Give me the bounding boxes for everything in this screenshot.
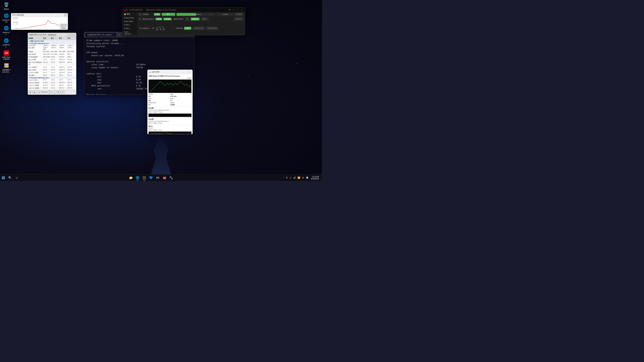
ryzen-settings-icon[interactable]: ⚙	[228, 8, 232, 12]
memory-manual-btn[interactable]: 手动稳定全频	[206, 27, 218, 30]
hwinfo-system-section: ▼ 系统: MSI MS-7B09	[28, 40, 76, 42]
tm-cpu-pct: 100%	[148, 77, 192, 79]
hwinfo-close[interactable]: ×	[73, 34, 75, 36]
hwinfo-btn-next[interactable]: ⏭	[33, 91, 36, 94]
sidebar-item-home[interactable]: 🏠 首页	[123, 12, 137, 16]
clock-display[interactable]: 12:10:08 2024/8/24	[310, 176, 320, 180]
sogou-icon[interactable]: S	[288, 176, 292, 180]
tm-network-eth2: 以太网 ZeroTier One [a0cb4b62a3b...] 发送: 0 …	[148, 118, 192, 125]
memory-checkbox	[173, 27, 175, 29]
hwinfo-btn-pause[interactable]: ⏸	[37, 91, 41, 94]
tm-cpu-title: AMD Ryzen 9 5900X 12-Core Processor	[148, 75, 192, 77]
taskbar-chrome[interactable]: 🌐	[134, 174, 141, 181]
ryzen-close-btn[interactable]: ×	[240, 8, 244, 12]
cpu-power-titlebar: CPU 封装功耗 ×	[11, 13, 68, 17]
icon-amd-ryzen[interactable]: AMD AMD Ryzen Master	[1, 50, 12, 61]
mode-btn-default[interactable]: 默认	[162, 13, 175, 16]
co-down-btn[interactable]: ▼	[162, 28, 165, 30]
show-desktop-btn[interactable]	[320, 174, 321, 181]
hwinfo-row-coreutil: 核心利用率330.4 MHz10.4 MHz4,646.8856.1	[28, 53, 76, 56]
more-icons[interactable]: ⚙	[301, 176, 305, 180]
hwinfo-btn-clock[interactable]: ⏱	[48, 91, 52, 94]
co-section: CO 全部核心心 -30 偏移量设置 ▲ 0 ▼	[138, 22, 171, 35]
tm-virtualization: 虚拟化 已启用	[170, 102, 192, 106]
taskbar-terminal[interactable]: ⬛	[141, 174, 148, 181]
systray-expand[interactable]: ^	[282, 176, 285, 179]
y-max: 300.000	[12, 17, 18, 19]
sidebar-item-curve[interactable]: Curve Optimizer	[123, 30, 137, 35]
tm-more-options[interactable]: ⋯	[188, 70, 192, 74]
hwinfo-row-c1boost: Core C1 加速器42.0 %0.0 %96.8 %38.1 %	[28, 84, 76, 87]
sidebar-item-profile2[interactable]: Profile 2	[123, 27, 137, 30]
tm-cpu-stats: 利用率 5% 速度 4.52 GHz 进程 291 内核 12 逻辑处理器	[148, 93, 192, 106]
curve-opt-label: 曲线优化器控件	[142, 18, 154, 20]
co-up-btn[interactable]: ▲	[156, 28, 158, 30]
sidebar-item-creator[interactable]: Creator Mode	[123, 16, 137, 20]
sidebar-item-profile1[interactable]: Profile 1	[123, 23, 137, 27]
hwinfo-btn-graph[interactable]: 📊	[52, 91, 56, 94]
co-value-controls: ▲ 0 ▼	[156, 28, 165, 30]
all-core-btn[interactable]: 全部核心	[191, 18, 200, 20]
icon-sysbench[interactable]: 🌐 sysbench.com	[1, 12, 12, 24]
auto-oc-btn-right[interactable]: 自动超频	[235, 13, 243, 16]
input-method-icon[interactable]: 英	[286, 174, 288, 181]
y-zero: 0.000	[12, 28, 18, 29]
tm-network-eth1: 以太网 ZeroTier One [88b3cd3ce9f78...] 发送: …	[148, 106, 192, 118]
hwinfo-row-avgperf: 平均性能频率330.4 MHz103.84,637.5856.1	[28, 56, 76, 58]
off-btn[interactable]: 关	[185, 18, 190, 21]
terminal-tab-label: liu@DESKTOP-LYH: /mnt/c/U	[88, 34, 112, 36]
tm-wifi-graph	[148, 132, 192, 134]
terminal-tab-active[interactable]: liu@DESKTOP-LYH: /mnt/c/U ×	[86, 33, 116, 36]
start-button[interactable]	[0, 174, 7, 181]
screenshots-label: 屏幕截图 2024-08-2...	[2, 69, 11, 73]
memory-auto-btn[interactable]: 自动稳定全频	[193, 27, 205, 30]
hwinfo-btn-prev[interactable]: ⏮	[28, 91, 32, 94]
hwinfo-minimize[interactable]: ─	[68, 34, 70, 36]
search-button[interactable]: 🔍	[7, 174, 14, 181]
hwinfo-row-freqmult: 核心频率39.6 x36.8 x49.5 x40.1 x	[28, 74, 76, 77]
icon-screenshots[interactable]: 🖼️ 屏幕截图 2024-08-2...	[1, 62, 12, 74]
icon-recycle[interactable]: 🗑️ 回收站	[1, 1, 12, 11]
ryzen-minimize-btn[interactable]: ─	[232, 8, 236, 12]
sysbench-label: sysbench.com	[2, 19, 11, 23]
co-value-label: 偏移量设置	[156, 26, 164, 28]
svg-rect-3	[4, 176, 5, 178]
hwinfo-btn-close[interactable]: ✕	[61, 91, 64, 94]
network-icon[interactable]: 📶	[297, 176, 301, 180]
curve-opt-checkbox: ✓	[139, 18, 141, 20]
hwinfo-btn-settings[interactable]: ⚙	[57, 91, 60, 94]
ryzen-main-content: ✓ 控制模式 已激活 默认 精准超频频率提升 自动超频	[138, 12, 245, 35]
terminal-line-totalevents: total number of events: 703782	[86, 66, 192, 69]
tm-titlebar: 📊 运行任务 ⋯	[148, 70, 192, 74]
memory-apply-btn[interactable]: 已保存	[184, 27, 191, 30]
hwinfo-window: HWiNFO64 v7.24-4770 - 传感器状态 ─ □ × 传感器 当前…	[28, 33, 76, 95]
cpu-power-body: 300.000 65.226 W 0.000 Auto Fit Reset	[11, 17, 68, 30]
icon-sysbench3[interactable]: 🌐 sysbench.c...	[1, 37, 12, 48]
ryzen-maximize-btn[interactable]: □	[236, 8, 240, 12]
terminal-tab-close[interactable]: ×	[113, 34, 114, 36]
taskbar-vscode[interactable]: 💙	[148, 174, 154, 181]
security-icon[interactable]: 🛡️	[305, 176, 309, 180]
per-core-btn[interactable]: 每核心	[201, 18, 208, 21]
hwinfo-maximize[interactable]: □	[70, 34, 72, 36]
tm-cores: 内核 12	[170, 98, 192, 101]
reset-btn[interactable]: Reset	[60, 27, 67, 29]
sidebar-item-game[interactable]: Game Mode	[123, 20, 137, 23]
desktop: 🗑️ 回收站 🌐 sysbench.com 🌐 sysbench.c... 🌐 …	[0, 0, 322, 181]
taskbar-git[interactable]: 🐙	[161, 174, 168, 181]
taskbar-steam[interactable]: 🎮	[154, 174, 161, 181]
svg-rect-4	[2, 178, 3, 179]
hwinfo-win-controls: ─ □ ×	[68, 34, 75, 36]
volume-icon[interactable]: 🔊	[293, 176, 297, 180]
recycle-icon: 🗑️	[4, 2, 9, 8]
icon-sysbench2[interactable]: 🌐 sysbench.c...	[1, 25, 12, 36]
task-view-button[interactable]: ⊡	[14, 174, 20, 181]
auto-fit-btn[interactable]: Auto Fit	[60, 24, 67, 26]
taskbar-file-explorer[interactable]: 📁	[128, 174, 134, 181]
start-opt-btn[interactable]: 开始优化	[234, 18, 243, 21]
sysbench3-icon: 🌐	[4, 38, 9, 43]
cpu-power-close[interactable]: ×	[64, 14, 67, 16]
taskbar-app7[interactable]: 🔧	[168, 174, 174, 181]
terminal-new-tab[interactable]: +	[117, 33, 121, 37]
terminal-line-genstats: General statistics:	[86, 60, 192, 63]
